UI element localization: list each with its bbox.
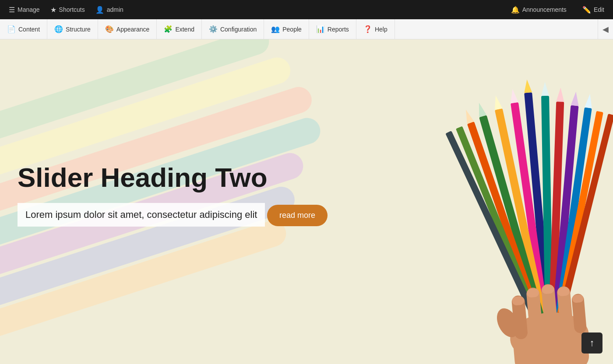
structure-nav-label: Structure bbox=[66, 26, 91, 33]
user-icon: 👤 bbox=[95, 6, 104, 14]
svg-marker-8 bbox=[492, 94, 502, 110]
svg-marker-1 bbox=[523, 79, 532, 93]
shortcuts-button[interactable]: ★ Shortcuts bbox=[46, 3, 89, 17]
nav-item-content[interactable]: 📄 Content bbox=[0, 19, 47, 39]
hero-subtext: Lorem ipsum dolor sit amet, consectetur … bbox=[18, 203, 265, 227]
admin-bar-left: ☰ Manage ★ Shortcuts 👤 admin bbox=[4, 3, 128, 17]
bell-icon: 🔔 bbox=[511, 6, 520, 14]
people-nav-label: People bbox=[282, 26, 302, 33]
reports-nav-icon: 📊 bbox=[316, 25, 325, 33]
hero-slider: Slider Heading Two Lorem ipsum dolor sit… bbox=[0, 39, 613, 364]
configuration-nav-icon: ⚙️ bbox=[209, 25, 218, 33]
scroll-top-button[interactable]: ↑ bbox=[581, 332, 602, 354]
configuration-nav-label: Configuration bbox=[220, 26, 257, 33]
extend-nav-icon: 🧩 bbox=[164, 25, 173, 33]
read-more-button[interactable]: read more bbox=[267, 205, 328, 226]
stripe-0 bbox=[0, 39, 272, 145]
hero-content: Slider Heading Two Lorem ipsum dolor sit… bbox=[18, 163, 328, 241]
structure-nav-icon: 🌐 bbox=[54, 25, 63, 33]
admin-label: admin bbox=[107, 6, 123, 13]
svg-marker-18 bbox=[585, 94, 594, 108]
svg-marker-4 bbox=[509, 88, 518, 103]
stripe-1 bbox=[0, 54, 294, 181]
content-nav-icon: 📄 bbox=[7, 25, 16, 33]
nav-items-container: 📄 Content🌐 Structure🎨 Appearance🧩 Extend… bbox=[0, 19, 395, 39]
manage-label: Manage bbox=[18, 6, 40, 13]
menu-icon: ☰ bbox=[9, 6, 15, 14]
nav-item-configuration[interactable]: ⚙️ Configuration bbox=[202, 19, 264, 39]
pencils-svg bbox=[429, 39, 613, 364]
manage-button[interactable]: ☰ Manage bbox=[4, 3, 44, 17]
nav-collapse-button[interactable]: ◀ bbox=[598, 19, 613, 39]
edit-label: Edit bbox=[594, 6, 604, 13]
arrow-up-icon: ↑ bbox=[590, 337, 595, 349]
nav-item-extend[interactable]: 🧩 Extend bbox=[157, 19, 202, 39]
edit-button[interactable]: ✏️ Edit bbox=[578, 3, 609, 17]
help-nav-icon: ❓ bbox=[363, 25, 372, 33]
pencil-icon: ✏️ bbox=[582, 6, 591, 14]
collapse-icon: ◀ bbox=[602, 24, 609, 34]
svg-marker-6 bbox=[541, 82, 549, 96]
nav-item-people[interactable]: 👥 People bbox=[264, 19, 309, 39]
nav-bar: 📄 Content🌐 Structure🎨 Appearance🧩 Extend… bbox=[0, 19, 613, 39]
appearance-nav-icon: 🎨 bbox=[105, 25, 114, 33]
reports-nav-label: Reports bbox=[328, 26, 349, 33]
extend-nav-label: Extend bbox=[175, 26, 194, 33]
svg-marker-12 bbox=[475, 102, 486, 117]
nav-item-appearance[interactable]: 🎨 Appearance bbox=[98, 19, 157, 39]
nav-item-structure[interactable]: 🌐 Structure bbox=[47, 19, 98, 39]
star-icon: ★ bbox=[50, 6, 56, 14]
nav-item-reports[interactable]: 📊 Reports bbox=[309, 19, 356, 39]
shortcuts-label: Shortcuts bbox=[59, 6, 85, 13]
admin-bar-right: 🔔 Announcements ✏️ Edit bbox=[507, 3, 609, 17]
hero-heading: Slider Heading Two bbox=[18, 163, 328, 192]
svg-marker-10 bbox=[556, 88, 564, 102]
appearance-nav-label: Appearance bbox=[116, 26, 150, 33]
admin-user-button[interactable]: 👤 admin bbox=[91, 3, 128, 17]
admin-bar: ☰ Manage ★ Shortcuts 👤 admin 🔔 Announcem… bbox=[0, 0, 613, 19]
pencils-image bbox=[429, 39, 613, 364]
svg-marker-16 bbox=[462, 108, 474, 124]
content-nav-label: Content bbox=[18, 26, 40, 33]
announcements-label: Announcements bbox=[522, 6, 567, 13]
nav-item-help[interactable]: ❓ Help bbox=[356, 19, 395, 39]
help-nav-label: Help bbox=[375, 26, 388, 33]
people-nav-icon: 👥 bbox=[271, 25, 280, 33]
announcements-button[interactable]: 🔔 Announcements bbox=[507, 3, 571, 17]
svg-marker-14 bbox=[571, 91, 580, 106]
